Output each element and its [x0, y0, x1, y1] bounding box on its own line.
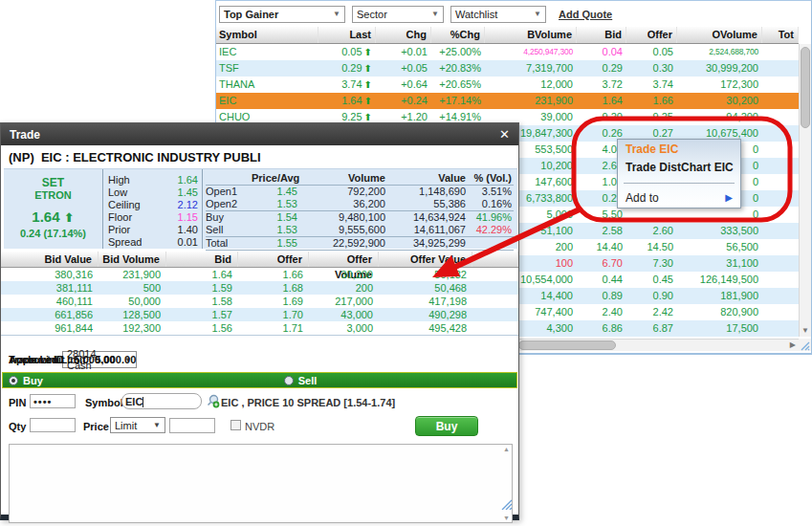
- scroll-down-icon[interactable]: ▼: [503, 515, 510, 521]
- nvdr-checkbox[interactable]: [230, 420, 241, 430]
- quote-cell: +0.64: [376, 77, 431, 93]
- sell-radio[interactable]: [284, 376, 294, 385]
- quote-cell: [762, 109, 799, 125]
- quote-cell: 9.20: [577, 109, 626, 125]
- buy-radio[interactable]: [9, 376, 18, 385]
- stat-label: Low: [108, 186, 127, 199]
- scroll-down-icon[interactable]: ▼: [801, 326, 809, 335]
- depth-cell: 1.70: [238, 308, 309, 321]
- vertical-scrollbar-thumb[interactable]: [801, 47, 810, 128]
- depth-cell: 200: [309, 281, 379, 295]
- quote-cell: 0.05⬆: [318, 44, 376, 60]
- chevron-down-icon: ▼: [153, 421, 161, 429]
- depth-row[interactable]: 381,1115001.591.6820050,468: [1, 281, 518, 295]
- scroll-up-icon[interactable]: ▲: [503, 446, 510, 452]
- depth-column-header: Offer Value: [379, 252, 472, 267]
- quote-column-header[interactable]: Offer: [626, 27, 677, 43]
- window-title: Trade: [10, 128, 40, 142]
- quote-cell: 1.64⬆: [318, 93, 376, 109]
- quote-cell: [626, 207, 677, 223]
- quote-row[interactable]: TSF0.29⬆+0.05+20.83%7,319,7000.290.3030,…: [216, 60, 799, 77]
- volume-breakdown-table: Price/AvgVolumeValue% (Vol.)Open11.45792…: [202, 169, 517, 249]
- breakdown-value: 14,634,924: [385, 211, 466, 224]
- sector-label: ETRON: [4, 189, 102, 202]
- quote-cell: IEC: [216, 44, 318, 60]
- depth-row[interactable]: 961,844192,3001.561.713,000495,428: [1, 321, 518, 336]
- depth-column-header: Bid Volume: [99, 252, 166, 267]
- quote-cell: 0.45: [626, 272, 677, 288]
- quote-cell: [762, 77, 799, 93]
- quote-column-header[interactable]: Last: [318, 27, 376, 43]
- quote-cell: 17,500: [677, 320, 762, 337]
- quote-column-header[interactable]: Tot: [762, 27, 799, 43]
- quote-cell: 2.40: [577, 304, 626, 320]
- quote-cell: 0: [677, 207, 762, 223]
- quote-column-header[interactable]: Bid: [577, 27, 626, 43]
- quote-row[interactable]: THANA3.74⬆+0.64+20.65%12,0003.723.74172,…: [216, 77, 799, 93]
- breakdown-percent: [466, 237, 514, 250]
- depth-row[interactable]: 661,856128,5001.571.7043,000490,298: [1, 308, 518, 321]
- stat-value: 1.45: [178, 186, 198, 199]
- depth-row[interactable]: 380,316231,9001.641.6630,20050,132: [1, 268, 518, 281]
- horizontal-scrollbar-thumb[interactable]: [518, 340, 616, 350]
- quote-column-header[interactable]: Symbol: [216, 27, 318, 43]
- sector-select[interactable]: Sector ▼: [352, 6, 444, 23]
- stat-value: 1.40: [178, 224, 198, 236]
- price-type-select[interactable]: Limit ▼: [110, 417, 165, 433]
- quote-row[interactable]: IEC0.05⬆+0.01+25.00%4,250,947,3000.040.0…: [216, 44, 799, 60]
- trade-window-titlebar[interactable]: Trade ✕: [1, 123, 518, 145]
- quote-row[interactable]: EIC1.64⬆+0.24+17.14%231,9001.641.6630,20…: [216, 93, 799, 109]
- context-menu-item-add-to[interactable]: Add to▶: [618, 188, 740, 207]
- quote-cell: 4,250,947,300: [485, 44, 577, 60]
- breakdown-column-header: % (Vol.): [466, 171, 514, 185]
- add-quote-link[interactable]: Add Quote: [559, 9, 612, 20]
- context-menu-item[interactable]: Trade EIC: [618, 140, 740, 158]
- breakdown-percent: 3.51%: [466, 186, 514, 198]
- quote-cell: [762, 158, 799, 174]
- depth-cell: 417,198: [379, 295, 472, 308]
- vertical-scrollbar[interactable]: ▼: [799, 44, 811, 337]
- stat-row: Spread0.01: [108, 236, 198, 249]
- price-type-value: Limit: [115, 420, 137, 431]
- quote-cell: +0.01: [376, 44, 431, 60]
- quote-column-header[interactable]: BVolume: [485, 27, 577, 43]
- close-icon[interactable]: ✕: [499, 128, 510, 141]
- quote-column-header[interactable]: Chg: [376, 27, 431, 43]
- resize-grip-icon[interactable]: [799, 339, 811, 351]
- breakdown-column-header: Price/Avg: [252, 171, 297, 185]
- depth-cell: 1.59: [166, 281, 238, 295]
- breakdown-row: Open21.5336,20055,3860.16%: [206, 198, 514, 210]
- context-menu-item[interactable]: Trade DistChart EIC: [618, 158, 740, 176]
- quote-column-header[interactable]: %Chg: [431, 27, 485, 43]
- symbol-input[interactable]: EIC: [121, 393, 202, 409]
- depth-header: Bid ValueBid VolumeBidOfferOffer VolumeO…: [1, 252, 518, 268]
- quote-cell: 14.50: [626, 239, 677, 255]
- stat-row: Ceiling2.12: [108, 199, 198, 211]
- quote-cell: +17.14%: [431, 93, 485, 109]
- buy-submit-button[interactable]: Buy: [415, 416, 478, 436]
- quote-cell: 231,900: [485, 93, 577, 109]
- breakdown-percent: 42.29%: [466, 224, 514, 236]
- price-input[interactable]: [169, 418, 215, 433]
- stat-label: High: [108, 174, 130, 186]
- order-message-textarea[interactable]: ▲ ▼: [9, 444, 513, 523]
- sector-value: Sector: [357, 9, 387, 20]
- depth-row[interactable]: 460,11150,0001.581.69217,000417,198: [1, 295, 518, 308]
- watchlist-value: Watchlist: [455, 9, 497, 20]
- stock-info-panel: SET ETRON 1.64 ⬆ 0.24 (17.14%) High1.64L…: [4, 168, 517, 249]
- quote-column-header[interactable]: OVolume: [677, 27, 762, 43]
- quote-cell: 0.30: [626, 60, 677, 77]
- window-resize-grip-icon[interactable]: [500, 496, 513, 514]
- search-icon[interactable]: [206, 394, 220, 412]
- quote-cell: 6.86: [577, 320, 626, 337]
- up-arrow-icon: ⬆: [364, 96, 372, 106]
- qty-input[interactable]: [30, 418, 76, 432]
- depth-cell: 50,132: [379, 268, 472, 281]
- quote-list-select[interactable]: Top Gainer ▼: [219, 6, 345, 23]
- quote-cell: 2.58: [577, 223, 626, 239]
- pin-input[interactable]: ••••: [30, 394, 76, 408]
- scroll-right-icon[interactable]: ▶: [790, 340, 796, 349]
- watchlist-select[interactable]: Watchlist ▼: [450, 6, 546, 23]
- buy-sell-bar: Buy Sell: [2, 372, 517, 388]
- depth-column-header: Bid Value: [1, 252, 99, 267]
